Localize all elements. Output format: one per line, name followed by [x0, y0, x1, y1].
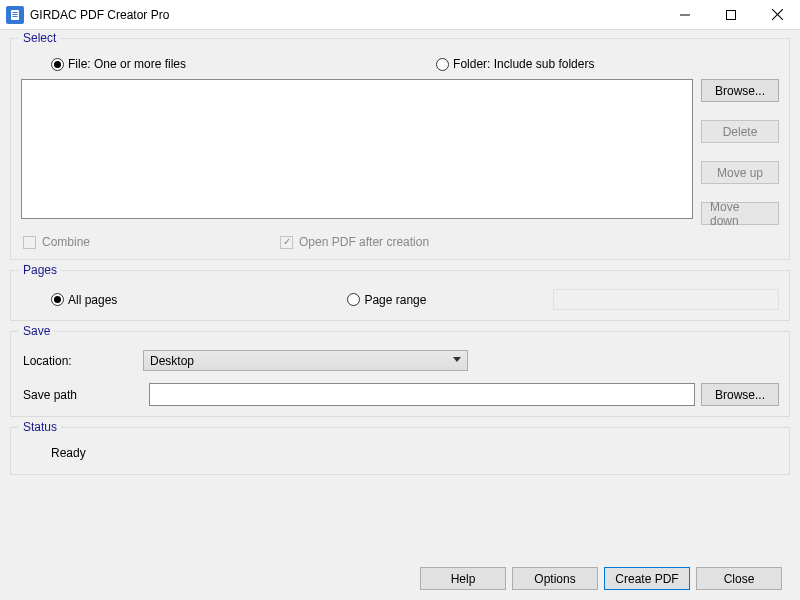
title-bar: GIRDAC PDF Creator Pro	[0, 0, 800, 30]
footer-buttons: Help Options Create PDF Close	[420, 567, 782, 590]
radio-icon	[51, 293, 64, 306]
savepath-label: Save path	[23, 388, 143, 402]
delete-button[interactable]: Delete	[701, 120, 779, 143]
group-pages: Pages All pages Page range	[10, 270, 790, 321]
location-value: Desktop	[150, 354, 194, 368]
file-listbox[interactable]	[21, 79, 693, 219]
radio-file[interactable]: File: One or more files	[51, 57, 186, 71]
checkbox-icon	[23, 236, 36, 249]
help-button[interactable]: Help	[420, 567, 506, 590]
radio-file-label: File: One or more files	[68, 57, 186, 71]
options-button[interactable]: Options	[512, 567, 598, 590]
close-button[interactable]: Close	[696, 567, 782, 590]
savepath-browse-button[interactable]: Browse...	[701, 383, 779, 406]
open-after-checkbox[interactable]: ✓ Open PDF after creation	[280, 235, 429, 249]
move-down-button[interactable]: Move down	[701, 202, 779, 225]
radio-page-range[interactable]: Page range	[347, 293, 426, 307]
create-pdf-button[interactable]: Create PDF	[604, 567, 690, 590]
minimize-button[interactable]	[662, 0, 708, 29]
move-up-button[interactable]: Move up	[701, 161, 779, 184]
page-range-input[interactable]	[553, 289, 779, 310]
savepath-input[interactable]	[149, 383, 695, 406]
group-status-legend: Status	[19, 420, 61, 434]
group-select-legend: Select	[19, 31, 60, 45]
radio-icon	[51, 58, 64, 71]
chevron-down-icon	[453, 357, 461, 362]
window-title: GIRDAC PDF Creator Pro	[30, 8, 662, 22]
group-status: Status Ready	[10, 427, 790, 475]
radio-folder-label: Folder: Include sub folders	[453, 57, 594, 71]
combine-label: Combine	[42, 235, 90, 249]
checkbox-icon: ✓	[280, 236, 293, 249]
combine-checkbox[interactable]: Combine	[23, 235, 90, 249]
browse-button[interactable]: Browse...	[701, 79, 779, 102]
svg-rect-3	[13, 16, 18, 17]
svg-rect-5	[727, 10, 736, 19]
status-text: Ready	[21, 446, 779, 460]
app-icon	[6, 6, 24, 24]
group-save: Save Location: Desktop Save path Browse.…	[10, 331, 790, 417]
radio-icon	[347, 293, 360, 306]
location-label: Location:	[23, 354, 143, 368]
maximize-button[interactable]	[708, 0, 754, 29]
radio-all-pages-label: All pages	[68, 293, 117, 307]
group-pages-legend: Pages	[19, 263, 61, 277]
check-mark-icon: ✓	[283, 237, 291, 247]
open-after-label: Open PDF after creation	[299, 235, 429, 249]
client-area: Select File: One or more files Folder: I…	[0, 30, 800, 600]
svg-rect-2	[13, 14, 18, 15]
radio-folder[interactable]: Folder: Include sub folders	[436, 57, 594, 71]
radio-all-pages[interactable]: All pages	[51, 293, 117, 307]
svg-rect-1	[13, 12, 18, 13]
close-window-button[interactable]	[754, 0, 800, 29]
group-select: Select File: One or more files Folder: I…	[10, 38, 790, 260]
group-save-legend: Save	[19, 324, 54, 338]
radio-page-range-label: Page range	[364, 293, 426, 307]
radio-icon	[436, 58, 449, 71]
location-select[interactable]: Desktop	[143, 350, 468, 371]
